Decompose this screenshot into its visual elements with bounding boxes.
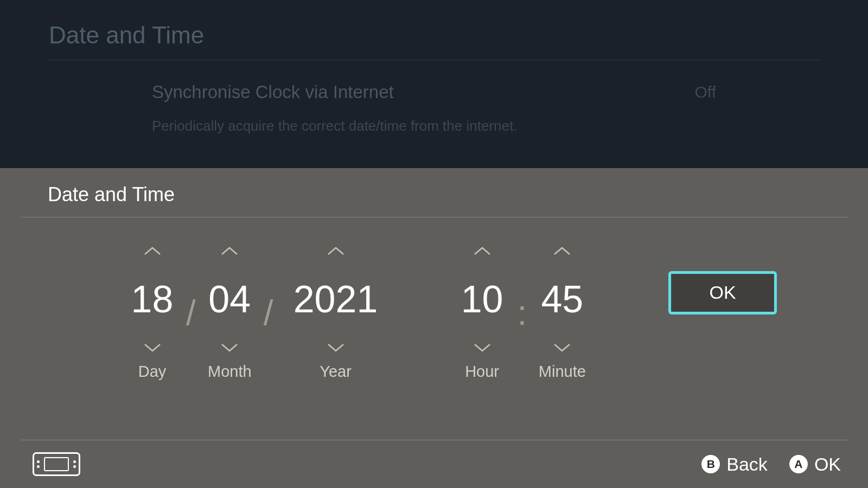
date-group: 18 Day / 04 Month / 2021 — [124, 245, 393, 381]
minute-down-icon[interactable] — [551, 341, 573, 354]
minute-value: 45 — [541, 258, 583, 341]
day-spinner[interactable]: 18 Day — [124, 245, 181, 381]
year-value: 2021 — [293, 258, 378, 341]
minute-spinner[interactable]: 45 Minute — [532, 245, 592, 381]
footer-bar: B Back A OK — [0, 440, 868, 488]
sync-clock-row[interactable]: Synchronise Clock via Internet Off — [152, 82, 716, 113]
footer-back-label: Back — [726, 454, 768, 475]
b-key-icon: B — [701, 455, 720, 473]
year-spinner[interactable]: 2021 Year — [279, 245, 393, 381]
day-down-icon[interactable] — [142, 341, 163, 354]
hour-up-icon[interactable] — [471, 245, 493, 258]
month-spinner[interactable]: 04 Month — [201, 245, 258, 381]
footer-ok-label: OK — [814, 454, 841, 475]
sync-clock-value: Off — [695, 83, 716, 101]
hour-value: 10 — [461, 258, 503, 341]
year-down-icon[interactable] — [325, 341, 347, 354]
footer-ok-button[interactable]: A OK — [789, 454, 841, 475]
month-value: 04 — [208, 258, 251, 341]
a-key-icon: A — [789, 455, 808, 473]
day-up-icon[interactable] — [142, 245, 163, 258]
time-group: 10 Hour : 45 Minute — [452, 245, 592, 381]
time-separator: : — [512, 296, 533, 330]
minute-up-icon[interactable] — [551, 245, 573, 258]
hour-down-icon[interactable] — [471, 341, 493, 354]
year-label: Year — [320, 363, 352, 381]
ok-button[interactable]: OK — [668, 271, 777, 314]
year-up-icon[interactable] — [325, 245, 347, 258]
page-title: Date and Time — [49, 22, 819, 60]
date-time-modal: Date and Time 18 Day / 04 Month — [0, 168, 868, 488]
month-up-icon[interactable] — [219, 245, 240, 258]
controller-icon — [33, 452, 80, 476]
hour-spinner[interactable]: 10 Hour — [452, 245, 512, 381]
date-time-picker: 18 Day / 04 Month / 2021 — [21, 217, 847, 381]
day-label: Day — [138, 363, 167, 381]
month-label: Month — [208, 363, 252, 381]
modal-title: Date and Time — [21, 168, 847, 217]
sync-clock-description: Periodically acquire the correct date/ti… — [152, 113, 716, 134]
month-down-icon[interactable] — [219, 341, 240, 354]
day-value: 18 — [131, 258, 174, 341]
date-separator: / — [181, 296, 201, 330]
sync-clock-label: Synchronise Clock via Internet — [152, 82, 394, 102]
hour-label: Hour — [465, 363, 499, 381]
minute-label: Minute — [539, 363, 586, 381]
footer-back-button[interactable]: B Back — [701, 454, 768, 475]
date-separator: / — [258, 296, 279, 330]
